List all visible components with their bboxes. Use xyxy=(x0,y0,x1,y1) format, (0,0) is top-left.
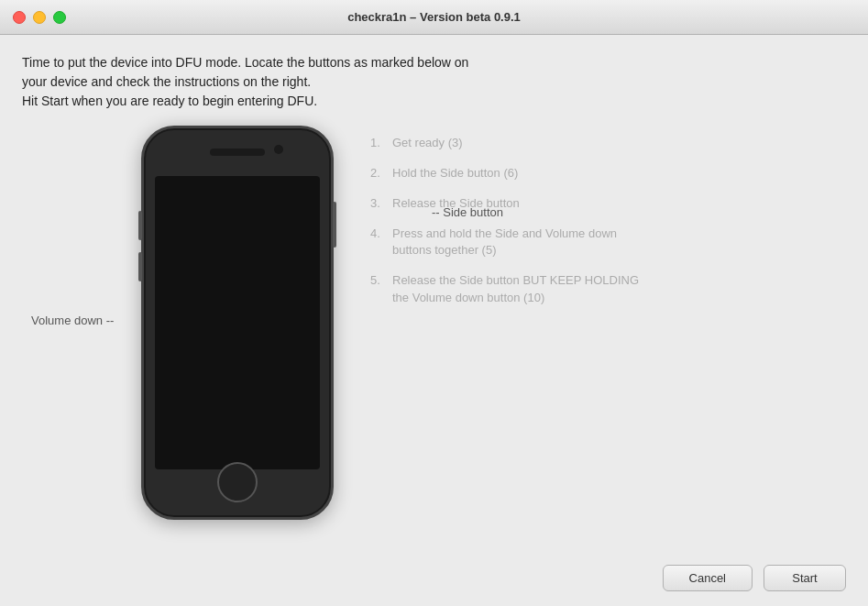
instruction-text-5: Release the Side button BUT KEEP HOLDING… xyxy=(392,272,640,307)
instruction-text-2: Hold the Side button (6) xyxy=(392,165,518,182)
window-controls[interactable] xyxy=(13,11,66,24)
phone-home-button xyxy=(217,462,258,502)
phone-volume-up-button xyxy=(138,211,142,240)
instruction-number-4: 4. xyxy=(370,226,392,240)
phone-volume-down-button xyxy=(138,252,142,281)
phone-area: Volume down -- -- Side button xyxy=(22,126,334,520)
phone-camera-dot xyxy=(274,145,283,154)
footer: Cancel Start xyxy=(22,554,846,591)
close-button[interactable] xyxy=(13,11,26,24)
instruction-item-4: 4. Press and hold the Side and Volume do… xyxy=(370,226,846,260)
instruction-number-3: 3. xyxy=(370,195,392,210)
instruction-text-4: Press and hold the Side and Volume down … xyxy=(392,226,640,260)
maximize-button[interactable] xyxy=(53,11,66,24)
instructions-panel: 1. Get ready (3) 2. Hold the Side button… xyxy=(334,126,846,320)
instruction-item-1: 1. Get ready (3) xyxy=(370,135,846,152)
minimize-button[interactable] xyxy=(33,11,46,24)
phone-screen xyxy=(155,176,320,469)
title-bar: checkra1n – Version beta 0.9.1 xyxy=(0,0,868,35)
intro-text: Time to put the device into DFU mode. Lo… xyxy=(22,53,846,111)
phone-side-button xyxy=(333,202,336,248)
instruction-number-5: 5. xyxy=(370,272,392,287)
instruction-item-5: 5. Release the Side button BUT KEEP HOLD… xyxy=(370,272,846,307)
instruction-number-2: 2. xyxy=(370,165,392,180)
instruction-number-1: 1. xyxy=(370,135,392,149)
phone-wrapper: -- Side button xyxy=(141,126,334,520)
instruction-item-2: 2. Hold the Side button (6) xyxy=(370,165,846,182)
phone-earpiece xyxy=(210,149,265,156)
intro-line2: your device and check the instructions o… xyxy=(22,74,311,89)
intro-line1: Time to put the device into DFU mode. Lo… xyxy=(22,55,468,70)
instruction-text-1: Get ready (3) xyxy=(392,135,463,152)
window-title: checkra1n – Version beta 0.9.1 xyxy=(347,10,521,24)
cancel-button[interactable]: Cancel xyxy=(663,565,753,591)
intro-line3: Hit Start when you are ready to begin en… xyxy=(22,94,317,108)
start-button[interactable]: Start xyxy=(764,565,846,591)
main-area: Volume down -- -- Side button 1. Get rea… xyxy=(22,126,846,554)
phone-device xyxy=(141,126,334,520)
volume-down-label: Volume down -- xyxy=(31,314,114,327)
side-button-label: -- Side button xyxy=(432,205,503,219)
main-content: Time to put the device into DFU mode. Lo… xyxy=(0,35,868,606)
